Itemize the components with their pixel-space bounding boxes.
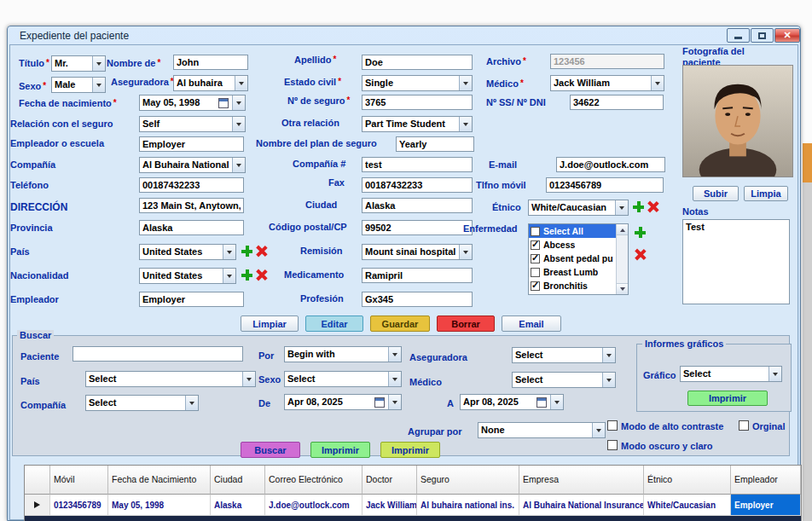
medicamento-input[interactable]	[362, 268, 473, 283]
chevron-down-icon[interactable]	[592, 423, 605, 437]
chevron-down-icon[interactable]	[235, 76, 247, 90]
pais-delete-icon[interactable]	[256, 246, 267, 257]
search-medico-select[interactable]: Select	[512, 372, 616, 388]
search-sexo-select[interactable]: Select	[284, 371, 402, 387]
chevron-down-icon[interactable]	[459, 117, 472, 131]
grid-header-etnico[interactable]: Étnico	[644, 466, 731, 495]
disease-item[interactable]: Absent pedal pu	[529, 252, 616, 265]
chevron-down-icon[interactable]	[615, 200, 628, 215]
chevron-down-icon[interactable]	[232, 96, 245, 110]
fax-input[interactable]	[362, 177, 473, 193]
email-input[interactable]	[556, 157, 665, 172]
maximize-button[interactable]	[751, 28, 774, 43]
editar-button[interactable]: Editar	[305, 315, 363, 332]
grid-row-selector[interactable]	[25, 495, 50, 516]
search-de-datepicker[interactable]: Apr 08, 2025	[284, 394, 402, 410]
chevron-down-icon[interactable]	[550, 395, 563, 409]
nacionalidad-add-icon[interactable]	[241, 269, 252, 281]
pais-add-icon[interactable]	[241, 246, 252, 257]
grid-header-selector[interactable]	[25, 466, 50, 495]
chevron-down-icon[interactable]	[651, 76, 664, 90]
chevron-down-icon[interactable]	[92, 56, 105, 71]
disease-item[interactable]: Breast Lumb	[529, 265, 616, 279]
grid-header-ciudad[interactable]: Ciudad	[211, 466, 265, 495]
subir-button[interactable]: Subir	[693, 186, 739, 201]
nacionalidad-delete-icon[interactable]	[256, 269, 267, 281]
compania-select[interactable]: Al Buhaira National	[139, 157, 246, 173]
num-ss-dni-input[interactable]	[570, 95, 664, 110]
grid-cell-empleador[interactable]: Employer	[731, 495, 801, 516]
search-pais-select[interactable]: Select	[85, 371, 256, 387]
fecha-nacimiento-datepicker[interactable]: May 05, 1998	[139, 95, 246, 111]
otra-relacion-select[interactable]: Part Time Student	[362, 116, 473, 132]
enfermedad-listbox[interactable]: Select AllAbcessAbsent pedal puBreast Lu…	[528, 223, 629, 295]
orginal-checkbox[interactable]	[739, 420, 749, 431]
chevron-down-icon[interactable]	[185, 396, 198, 410]
chevron-down-icon[interactable]	[768, 367, 781, 381]
search-paciente-input[interactable]	[72, 346, 243, 362]
close-button[interactable]	[774, 28, 800, 43]
chevron-down-icon[interactable]	[92, 78, 105, 92]
disease-checkbox-icon[interactable]	[531, 227, 540, 236]
disease-checkbox-icon[interactable]	[531, 240, 540, 250]
limpiar-button[interactable]: Limpiar	[241, 315, 299, 332]
grid-cell-fecha[interactable]: May 05, 1998	[108, 495, 211, 516]
search-aseguradora-select[interactable]: Select	[512, 347, 616, 363]
grid-header-movil[interactable]: Móvil	[50, 466, 108, 495]
disease-item[interactable]: Select All	[529, 224, 616, 238]
email-button[interactable]: Email	[502, 315, 561, 332]
etnico-delete-icon[interactable]	[647, 201, 658, 212]
empleador-escuela-input[interactable]	[139, 136, 244, 152]
buscar-button[interactable]: Buscar	[241, 442, 300, 458]
chevron-down-icon[interactable]	[459, 245, 472, 259]
chevron-down-icon[interactable]	[232, 158, 245, 172]
scroll-down-icon[interactable]	[617, 283, 628, 294]
agrupar-select[interactable]: None	[478, 422, 606, 438]
disease-item[interactable]: Bronchitis	[529, 279, 616, 292]
grid-cell-empresa[interactable]: Al Buhaira National Insurance	[519, 495, 644, 516]
guardar-button[interactable]: Guardar	[370, 315, 430, 332]
enfermedad-add-icon[interactable]	[635, 227, 646, 238]
disease-checkbox-icon[interactable]	[531, 254, 540, 263]
chevron-down-icon[interactable]	[223, 269, 235, 283]
ciudad-input[interactable]	[362, 198, 473, 213]
grafico-select[interactable]: Select	[680, 366, 782, 382]
grid-header-seguro[interactable]: Seguro	[417, 466, 519, 495]
search-por-select[interactable]: Begin with	[284, 346, 402, 362]
pais-select[interactable]: United States	[139, 244, 236, 260]
chevron-down-icon[interactable]	[388, 395, 401, 409]
search-a-datepicker[interactable]: Apr 08, 2025	[460, 394, 564, 410]
high-contrast-checkbox[interactable]	[607, 420, 618, 431]
chevron-down-icon[interactable]	[242, 372, 255, 386]
disease-item[interactable]: Abcess	[529, 238, 616, 252]
scroll-up-icon[interactable]	[617, 224, 628, 235]
grid-header-doctor[interactable]: Doctor	[362, 466, 417, 495]
disease-checkbox-icon[interactable]	[531, 281, 540, 291]
grid-header-empresa[interactable]: Empresa	[519, 466, 644, 495]
grid-cell-seguro[interactable]: Al buhaira national ins.	[417, 495, 519, 516]
grid-header-fecha[interactable]: Fecha de Nacimiento	[108, 466, 211, 495]
chevron-down-icon[interactable]	[459, 76, 472, 90]
imprimir-alt-button[interactable]: Imprimir	[380, 442, 440, 458]
borrar-button[interactable]: Borrar	[437, 315, 495, 332]
sexo-select[interactable]: Male	[51, 77, 106, 93]
relacion-seguro-select[interactable]: Self	[139, 116, 246, 132]
medico-select[interactable]: Jack William	[550, 75, 664, 91]
compania-num-input[interactable]	[362, 157, 473, 172]
disease-checkbox-icon[interactable]	[531, 268, 540, 277]
search-compania-select[interactable]: Select	[85, 395, 199, 411]
chevron-down-icon[interactable]	[388, 372, 401, 386]
titulo-select[interactable]: Mr.	[51, 55, 106, 72]
imprimir-button[interactable]: Imprimir	[310, 442, 370, 458]
notas-textarea[interactable]: Test	[682, 219, 790, 304]
etnico-select[interactable]: White/Caucasian	[528, 200, 629, 216]
informes-imprimir-button[interactable]: Imprimir	[687, 391, 768, 406]
grid-cell-movil[interactable]: 0123456789	[50, 495, 108, 516]
chevron-down-icon[interactable]	[388, 347, 401, 362]
etnico-add-icon[interactable]	[633, 201, 644, 212]
nombre-input[interactable]	[173, 55, 248, 70]
grid-cell-ciudad[interactable]: Alaska	[211, 495, 265, 516]
nombre-plan-input[interactable]	[396, 136, 474, 152]
estado-civil-select[interactable]: Single	[362, 75, 473, 91]
telefono-input[interactable]	[139, 177, 244, 193]
